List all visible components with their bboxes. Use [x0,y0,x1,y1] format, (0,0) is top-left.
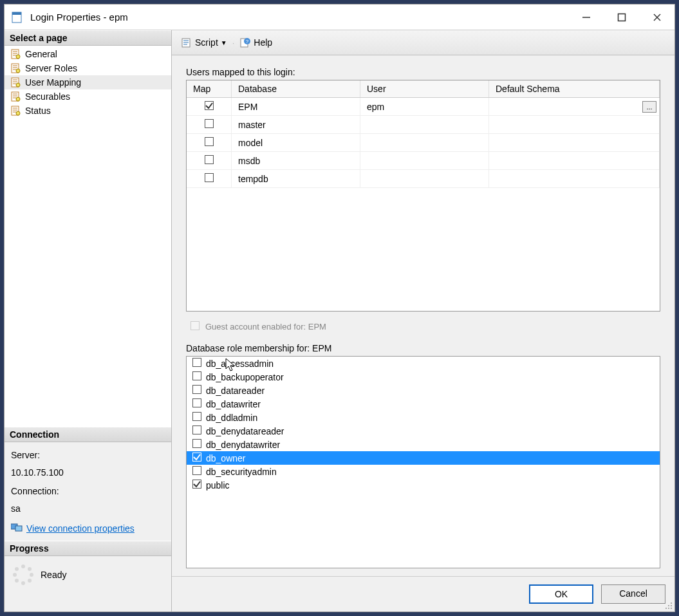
col-header-user[interactable]: User [360,80,489,97]
cancel-button[interactable]: Cancel [601,584,665,604]
page-item-server-roles[interactable]: Server Roles [5,61,171,75]
map-checkbox[interactable] [204,100,214,113]
mapping-row[interactable]: master [187,116,660,134]
maximize-button[interactable] [604,5,639,30]
role-name: db_backupoperator [206,372,284,382]
mapping-row[interactable]: tempdb [187,170,660,188]
role-item-public[interactable]: public [187,478,660,492]
role-checkbox[interactable] [192,425,202,437]
role-checkbox[interactable] [192,384,202,397]
col-header-map[interactable]: Map [187,80,232,97]
roles-label: Database role membership for: EPM [186,343,660,353]
app-icon [11,11,24,24]
col-header-database[interactable]: Database [232,80,360,97]
cell-default-schema: ... [489,98,660,115]
chevron-down-icon: ▼ [221,39,227,46]
resize-grip[interactable] [665,602,673,610]
svg-rect-32 [205,138,213,146]
cell-user: epm [360,98,489,115]
ok-button[interactable]: OK [529,584,593,604]
role-checkbox[interactable] [192,357,202,369]
schema-browse-button[interactable]: ... [642,101,656,113]
svg-rect-40 [193,413,201,421]
role-item-db_denydatareader[interactable]: db_denydatareader [187,424,660,438]
guest-label: Guest account enabled for: EPM [205,322,326,331]
map-checkbox[interactable] [204,136,214,149]
col-header-default-schema[interactable]: Default Schema [489,80,660,97]
page-icon [10,77,21,88]
role-name: db_owner [206,453,246,463]
minimize-button[interactable] [568,5,604,30]
role-checkbox[interactable] [192,398,202,410]
svg-rect-39 [193,399,201,407]
svg-line-5 [654,14,660,21]
page-item-label: Server Roles [25,63,77,73]
role-item-db_backupoperator[interactable]: db_backupoperator [187,370,660,384]
svg-rect-50 [668,608,669,609]
svg-rect-34 [205,174,213,182]
svg-rect-48 [671,605,672,606]
svg-rect-49 [665,608,667,609]
role-checkbox[interactable] [192,479,202,491]
page-item-user-mapping[interactable]: User Mapping [5,75,171,89]
server-value: 10.10.75.100 [11,466,165,480]
page-icon [10,48,21,60]
role-checkbox[interactable] [192,371,202,383]
role-checkbox[interactable] [192,452,202,464]
script-button[interactable]: Script ▼ [178,35,230,50]
svg-point-19 [28,567,32,571]
role-item-db_accessadmin[interactable]: db_accessadmin [187,357,660,370]
role-name: db_denydatawriter [206,440,280,450]
mapping-row[interactable]: model [187,134,660,152]
role-checkbox[interactable] [192,465,202,478]
svg-rect-31 [205,120,213,128]
page-item-general[interactable]: General [5,47,171,61]
page-item-label: General [25,49,57,59]
cell-default-schema [489,152,660,169]
progress-spinner-icon [12,564,34,586]
user-mapping-grid[interactable]: Map Database User Default Schema EPMepm.… [186,80,660,312]
svg-point-20 [30,573,33,577]
map-checkbox[interactable] [204,118,214,131]
svg-point-9 [16,69,20,73]
role-item-db_datawriter[interactable]: db_datawriter [187,397,660,411]
role-checkbox[interactable] [192,411,202,424]
connection-icon [11,522,23,536]
select-page-header: Select a page [5,30,171,46]
mapping-row[interactable]: msdb [187,152,660,170]
map-checkbox[interactable] [204,154,214,167]
role-name: db_datareader [206,386,265,396]
help-button[interactable]: ? Help [237,35,275,50]
svg-point-11 [16,83,20,87]
svg-rect-41 [193,426,201,434]
view-connection-properties-link[interactable]: View connection properties [26,522,135,536]
role-membership-list[interactable]: db_accessadmindb_backupoperatordb_datare… [186,356,660,568]
map-checkbox[interactable] [204,173,214,185]
server-label: Server: [11,449,165,462]
role-item-db_datareader[interactable]: db_datareader [187,384,660,397]
page-item-label: User Mapping [25,77,81,88]
role-name: db_ddladmin [206,413,257,423]
guest-checkbox [190,321,200,333]
role-item-db_denydatawriter[interactable]: db_denydatawriter [187,438,660,451]
role-name: db_securityadmin [206,467,277,477]
svg-point-18 [21,565,25,568]
role-checkbox[interactable] [192,438,202,451]
role-item-db_securityadmin[interactable]: db_securityadmin [187,465,660,478]
mapping-row[interactable]: EPMepm... [187,98,660,116]
cell-user [360,152,489,169]
role-item-db_ddladmin[interactable]: db_ddladmin [187,411,660,424]
cell-database: master [232,116,360,133]
role-name: db_datawriter [206,399,261,409]
svg-rect-36 [193,359,201,367]
svg-rect-17 [15,526,22,531]
progress-header: Progress [5,541,171,556]
page-item-securables[interactable]: Securables [5,89,171,104]
role-item-db_owner[interactable]: db_owner [187,451,660,465]
svg-point-23 [15,579,19,583]
page-item-label: Status [25,106,51,116]
window-title: Login Properties - epm [30,12,568,23]
page-item-status[interactable]: Status [5,104,171,118]
svg-rect-47 [668,605,669,606]
close-button[interactable] [639,5,674,30]
